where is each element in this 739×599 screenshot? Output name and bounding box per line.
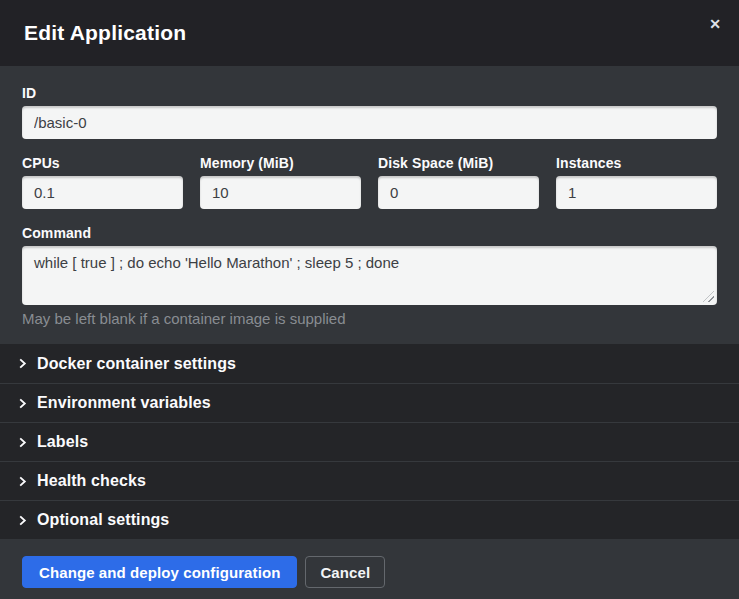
edit-application-modal: Edit Application ✕ ID CPUs Memory (MiB) … — [0, 0, 739, 599]
command-help-text: May be left blank if a container image i… — [22, 310, 717, 327]
section-environment-variables[interactable]: Environment variables — [0, 383, 739, 422]
memory-field-label: Memory (MiB) — [200, 155, 361, 171]
memory-input[interactable] — [200, 176, 361, 209]
modal-footer: Change and deploy configuration Cancel — [0, 539, 739, 599]
section-label: Docker container settings — [37, 355, 236, 373]
cpus-field-group: CPUs — [22, 155, 183, 209]
chevron-right-icon — [17, 476, 28, 487]
chevron-right-icon — [17, 515, 28, 526]
cpus-input[interactable] — [22, 176, 183, 209]
command-textarea-wrap: while [ true ] ; do echo 'Hello Marathon… — [22, 246, 717, 305]
resource-fields-row: CPUs Memory (MiB) Disk Space (MiB) Insta… — [22, 155, 717, 209]
command-field-group: Command while [ true ] ; do echo 'Hello … — [22, 225, 717, 327]
section-label: Health checks — [37, 472, 146, 490]
id-field-group: ID — [22, 85, 717, 139]
section-optional-settings[interactable]: Optional settings — [0, 500, 739, 539]
accordion-sections: Docker container settings Environment va… — [0, 344, 739, 539]
section-label: Optional settings — [37, 511, 169, 529]
application-form: ID CPUs Memory (MiB) Disk Space (MiB) In… — [0, 66, 739, 344]
modal-title: Edit Application — [24, 21, 186, 45]
modal-header: Edit Application ✕ — [0, 0, 739, 66]
section-labels[interactable]: Labels — [0, 422, 739, 461]
chevron-right-icon — [17, 358, 28, 369]
disk-space-field-group: Disk Space (MiB) — [378, 155, 539, 209]
section-docker-container-settings[interactable]: Docker container settings — [0, 344, 739, 383]
id-input[interactable] — [22, 106, 717, 139]
disk-space-field-label: Disk Space (MiB) — [378, 155, 539, 171]
cpus-field-label: CPUs — [22, 155, 183, 171]
memory-field-group: Memory (MiB) — [200, 155, 361, 209]
command-field-label: Command — [22, 225, 717, 241]
section-health-checks[interactable]: Health checks — [0, 461, 739, 500]
command-textarea[interactable]: while [ true ] ; do echo 'Hello Marathon… — [22, 246, 717, 305]
instances-input[interactable] — [556, 176, 717, 209]
section-label: Labels — [37, 433, 88, 451]
cancel-button[interactable]: Cancel — [305, 556, 385, 588]
id-field-label: ID — [22, 85, 717, 101]
chevron-right-icon — [17, 437, 28, 448]
chevron-right-icon — [17, 398, 28, 409]
disk-space-input[interactable] — [378, 176, 539, 209]
change-and-deploy-button[interactable]: Change and deploy configuration — [22, 556, 297, 588]
instances-field-label: Instances — [556, 155, 717, 171]
instances-field-group: Instances — [556, 155, 717, 209]
close-icon[interactable]: ✕ — [701, 12, 729, 36]
section-label: Environment variables — [37, 394, 211, 412]
